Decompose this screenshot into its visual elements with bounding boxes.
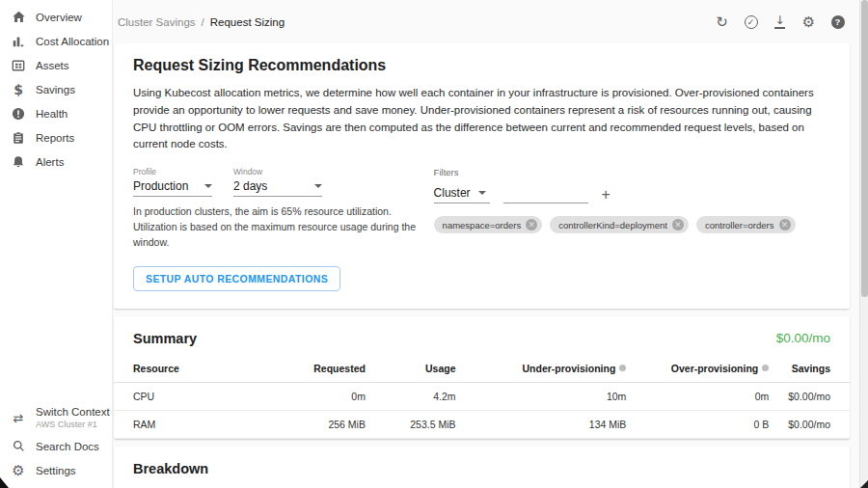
sidebar: Overview Cost Allocation Assets $ Saving…	[0, 0, 113, 488]
remove-chip-icon[interactable]: ✕	[779, 219, 791, 230]
dollar-icon: $	[11, 82, 26, 97]
profile-label: Profile	[133, 167, 212, 176]
summary-table: Resource Requested Usage Under-provision…	[114, 355, 850, 439]
settings-button[interactable]: ⚙ Settings	[0, 458, 112, 482]
sidebar-item-cost-allocation[interactable]: Cost Allocation	[0, 29, 112, 53]
summary-header-usage: Usage	[385, 355, 475, 383]
bk-header-cpu-request[interactable]: CPUrequest	[402, 482, 461, 488]
topbar: Cluster Savings / Request Sizing ↻ ✓ ↓ ⚙…	[114, 0, 859, 43]
sidebar-item-label: Cost Allocation	[36, 36, 109, 47]
scrollbar-thumb[interactable]	[861, 0, 868, 297]
filter-chip-label: controller=orders	[705, 220, 774, 230]
bk-header-cluster[interactable]: Cluster	[248, 482, 349, 488]
breakdown-table: Container Cluster CPUusage CPUrequest CP…	[114, 482, 850, 488]
remove-chip-icon[interactable]: ✕	[672, 219, 684, 230]
bk-header-cpu-usage[interactable]: CPUusage	[350, 482, 402, 488]
filter-chip-label: controllerKind=deployment	[558, 220, 667, 230]
window-value: 2 days	[233, 179, 267, 193]
bk-header-efficiency[interactable]: Efficiency	[714, 482, 781, 488]
setup-auto-recommendations-button[interactable]: SETUP AUTO RECOMMENDATIONS	[133, 266, 340, 291]
gear-icon: ⚙	[11, 463, 26, 478]
search-docs-label: Search Docs	[36, 441, 99, 452]
sidebar-item-label: Overview	[36, 12, 82, 23]
resize-grip	[860, 480, 868, 488]
download-icon[interactable]: ↓	[772, 14, 788, 30]
filter-chip[interactable]: controller=orders ✕	[696, 216, 796, 233]
filters-label: Filters	[434, 167, 830, 177]
bk-header-ram-recommended[interactable]: RAMrecomm'd	[646, 482, 714, 488]
request-sizing-card: Request Sizing Recommendations Using Kub…	[114, 43, 850, 309]
health-icon	[11, 106, 26, 122]
summary-total-savings: $0.00/mo	[776, 331, 830, 345]
swap-arrows-icon: ⇄	[11, 410, 26, 425]
switch-context-button[interactable]: ⇄ Switch Context AWS Cluster #1	[0, 401, 112, 434]
help-icon[interactable]: ?	[829, 14, 846, 30]
sidebar-item-label: Assets	[36, 60, 69, 71]
sidebar-item-overview[interactable]: Overview	[0, 5, 112, 29]
switch-context-label: Switch Context	[36, 405, 110, 419]
filter-chip[interactable]: namespace=orders ✕	[434, 216, 543, 233]
sidebar-item-alerts[interactable]: Alerts	[0, 149, 112, 174]
breadcrumb-parent[interactable]: Cluster Savings	[118, 16, 196, 28]
filter-type-select[interactable]: Cluster	[434, 186, 490, 203]
info-icon[interactable]	[762, 365, 769, 371]
info-icon[interactable]	[619, 365, 626, 371]
settings-label: Settings	[36, 465, 76, 476]
bk-header-container[interactable]: Container	[114, 482, 248, 488]
profile-value: Production	[133, 179, 188, 193]
check-circle-icon[interactable]: ✓	[743, 14, 759, 30]
chevron-down-icon	[314, 184, 322, 188]
sidebar-item-label: Alerts	[36, 156, 64, 168]
summary-header-over-provisioning: Over-provisioning	[645, 355, 788, 383]
search-docs-button[interactable]: Search Docs	[0, 434, 112, 458]
breadcrumb-separator: /	[202, 16, 204, 28]
scrollbar-track[interactable]	[859, 0, 868, 488]
mouse-cursor	[0, 477, 9, 488]
breadcrumb: Cluster Savings / Request Sizing	[118, 16, 285, 28]
summary-title: Summary	[133, 331, 197, 346]
search-icon	[11, 439, 26, 454]
sidebar-item-label: Reports	[36, 132, 74, 144]
breakdown-title: Breakdown	[133, 461, 208, 476]
window-select[interactable]: Window 2 days	[233, 167, 322, 197]
refresh-icon[interactable]: ↻	[714, 14, 730, 30]
profile-select[interactable]: Profile Production	[133, 167, 212, 197]
summary-card: Summary $0.00/mo Resource Requested Usag…	[114, 316, 850, 439]
reports-icon	[11, 130, 26, 146]
profile-helper-text: In production clusters, the aim is 65% r…	[133, 204, 428, 250]
breakdown-card: Breakdown Container Cluster CPUusage CPU…	[114, 447, 850, 488]
assets-grid-icon	[11, 58, 26, 73]
summary-row-cpu[interactable]: CPU 0m 4.2m 10m 0m $0.00/mo	[114, 382, 850, 410]
breadcrumb-current: Request Sizing	[210, 16, 285, 28]
summary-header-requested: Requested	[229, 355, 385, 383]
bar-chart-icon	[11, 34, 26, 49]
chevron-down-icon	[478, 191, 486, 195]
main-content: Request Sizing Recommendations Using Kub…	[114, 43, 850, 488]
filter-chip[interactable]: controllerKind=deployment ✕	[550, 216, 689, 233]
bk-header-ram-request[interactable]: RAMrequest	[586, 482, 645, 488]
bk-header-ram-usage[interactable]: RAMusage	[529, 482, 586, 488]
page-title: Request Sizing Recommendations	[133, 57, 830, 74]
sidebar-item-health[interactable]: Health	[0, 101, 112, 125]
sidebar-item-reports[interactable]: Reports	[0, 125, 112, 149]
bk-header-savings[interactable]: ↓Savings	[780, 482, 850, 488]
bell-icon	[11, 154, 26, 170]
chevron-down-icon	[204, 184, 212, 188]
remove-chip-icon[interactable]: ✕	[526, 219, 537, 230]
summary-header-savings: Savings	[788, 355, 850, 383]
sidebar-item-savings[interactable]: $ Savings	[0, 77, 112, 101]
summary-header-under-provisioning: Under-provisioning	[475, 355, 646, 383]
summary-header-resource: Resource	[114, 355, 229, 383]
current-cluster-label: AWS Cluster #1	[36, 420, 110, 430]
home-icon	[11, 10, 26, 25]
sidebar-item-label: Savings	[36, 84, 75, 95]
window-label: Window	[233, 167, 322, 176]
add-filter-button[interactable]: +	[602, 187, 610, 203]
summary-row-ram[interactable]: RAM 256 MiB 253.5 MiB 134 MiB 0 B $0.00/…	[114, 410, 850, 438]
sidebar-item-label: Health	[36, 108, 68, 120]
bk-header-cpu-recommended[interactable]: CPUrecomm'd	[461, 482, 529, 488]
sidebar-item-assets[interactable]: Assets	[0, 53, 112, 77]
page-description: Using Kubecost allocation metrics, we de…	[133, 85, 830, 153]
settings-gear-icon[interactable]: ⚙	[800, 14, 817, 30]
filter-value-input[interactable]	[503, 188, 588, 203]
